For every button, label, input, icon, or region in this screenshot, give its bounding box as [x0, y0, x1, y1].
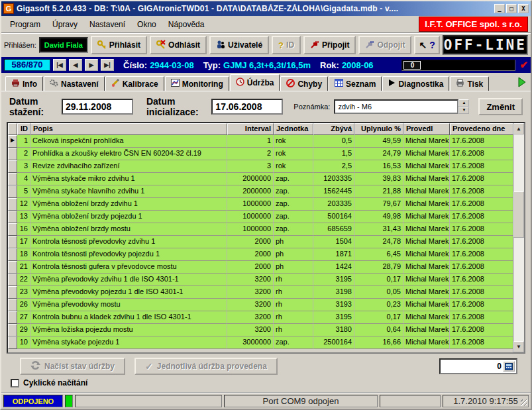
download-date-input[interactable]	[62, 99, 133, 115]
table-icon	[335, 79, 343, 89]
table-row[interactable]: 23Výměna převodovky pojezdu 1 dle ISO 43…	[8, 286, 513, 299]
cell-uplynulo: 6,45	[354, 248, 403, 261]
row-selector[interactable]	[8, 198, 17, 211]
help-button[interactable]: ↖?	[414, 36, 439, 54]
load-maintenance-button[interactable]: Načíst stav údržby	[20, 358, 125, 375]
header-interval[interactable]: Interval	[227, 123, 274, 135]
footer-buttons: Načíst stav údržby ✓ Jednotlivá údržba p…	[7, 358, 525, 375]
table-row[interactable]: 13Výměna obložení brzdy pojezdu 11000000…	[8, 211, 513, 223]
table-row[interactable]: ▶1Celková inspekční prohlídka1rok0,549,5…	[8, 135, 513, 148]
toolbar: Přihlášen: David Fiala Přihlásit Odhlási…	[1, 33, 531, 57]
row-selector[interactable]	[8, 324, 17, 336]
first-record-button[interactable]: |◀	[53, 59, 66, 71]
row-selector[interactable]	[8, 236, 17, 248]
row-selector[interactable]	[8, 223, 17, 236]
table-row[interactable]: 17Kontrola těsnosti převodovky zdvihu 12…	[8, 236, 513, 248]
table-row[interactable]: 29Výměna ložiska pojezdu mostu3200rh3180…	[8, 324, 513, 336]
table-row[interactable]: 2Prohlídka a zkoušky elektro ČSN EN 6020…	[8, 148, 513, 160]
scroll-up-icon[interactable]: ▲	[513, 123, 524, 134]
tab-udrzba[interactable]: Údržba	[230, 74, 280, 91]
table-row[interactable]: 12Výměna obložení brzdy zdvihu 11000000z…	[8, 198, 513, 211]
row-selector[interactable]	[8, 311, 17, 324]
tab-chyby[interactable]: Chyby	[280, 76, 328, 91]
maximize-button[interactable]: □	[506, 4, 517, 13]
cyclic-checkbox[interactable]	[11, 379, 19, 387]
logout-button[interactable]: Odhlásit	[150, 36, 207, 54]
last-record-button[interactable]: ▶|	[101, 59, 114, 71]
row-selector[interactable]: ▶	[8, 135, 17, 148]
menu-upravy[interactable]: Úpravy	[46, 17, 83, 32]
header-provedeno[interactable]: Provedeno dne	[450, 123, 513, 135]
tab-tisk[interactable]: Tisk	[450, 76, 489, 91]
vertical-scrollbar[interactable]: ▲ ▼	[513, 123, 524, 352]
table-row[interactable]: 27Kontrola bubnu a kladek zdvihu 1 dle I…	[8, 311, 513, 324]
row-selector[interactable]	[8, 148, 17, 160]
row-selector[interactable]	[8, 261, 17, 274]
id-button[interactable]: ? ID	[272, 36, 301, 54]
single-maintenance-button[interactable]: ✓ Jednotlivá údržba provedena	[134, 358, 278, 375]
header-zbyva[interactable]: Zbývá	[313, 123, 354, 135]
login-button[interactable]: Přihlásit	[91, 36, 147, 54]
menu-program[interactable]: Program	[4, 17, 46, 32]
counter-field[interactable]: 0	[439, 358, 517, 374]
table-row[interactable]: 22Výměna převodovky zdvihu 1 dle ISO 430…	[8, 274, 513, 286]
row-selector[interactable]	[8, 185, 17, 198]
tab-monitoring[interactable]: Monitoring	[165, 76, 229, 91]
connect-button[interactable]: Připojit	[303, 36, 356, 54]
header-popis[interactable]: Popis	[30, 123, 227, 135]
row-selector[interactable]	[8, 299, 17, 311]
users-button[interactable]: Uživatelé	[209, 36, 269, 54]
table-row[interactable]: 16Výměna obložení brzdy mostu1000000zap.…	[8, 223, 513, 236]
scroll-down-icon[interactable]: ▼	[513, 341, 524, 352]
scroll-thumb[interactable]	[513, 191, 524, 238]
minimize-button[interactable]: _	[494, 4, 505, 13]
go-arrow-icon[interactable]	[517, 77, 527, 89]
row-selector[interactable]	[8, 173, 17, 185]
spinner-up-icon[interactable]: ▲	[458, 99, 469, 107]
note-spinner[interactable]: ▲ ▼	[458, 99, 469, 114]
table-row[interactable]: 5Výměna stykače hlavního zdvihu 12000000…	[8, 185, 513, 198]
cell-zbyva: 2500164	[313, 336, 354, 349]
note-input[interactable]	[334, 99, 458, 114]
header-provedl[interactable]: Provedl	[403, 123, 450, 135]
header-uplynulo[interactable]: Uplynulo %	[354, 123, 403, 135]
cell-id: 5	[17, 185, 30, 198]
table-row[interactable]: 18Kontrola těsnosti převodovky pojezdu 1…	[8, 248, 513, 261]
table-row[interactable]: 4Výměna stykače mikro zdvihu 12000000zap…	[8, 173, 513, 185]
cell-zbyva: 500164	[313, 211, 354, 223]
tab-kalibrace[interactable]: Kalibrace	[105, 76, 164, 91]
header-jednotka[interactable]: Jednotka	[274, 123, 313, 135]
calculator-icon[interactable]	[503, 361, 515, 372]
disconnect-button[interactable]: Odpojit	[358, 36, 411, 54]
scroll-track[interactable]	[513, 134, 524, 341]
change-button[interactable]: Změnit	[478, 98, 523, 115]
tab-diagnostika[interactable]: Diagnostika	[382, 76, 449, 91]
close-button[interactable]: X	[518, 4, 529, 13]
check-icon[interactable]: ✔	[519, 59, 528, 71]
row-selector[interactable]	[8, 274, 17, 286]
table-row[interactable]: 21Kontrola těsnosti gufera v převodovce …	[8, 261, 513, 274]
table-row[interactable]: 26Výměna převodovky mostu3200rh31930,23M…	[8, 299, 513, 311]
row-selector[interactable]	[8, 336, 17, 349]
tab-info[interactable]: Info	[5, 76, 43, 91]
table-row[interactable]: 10Výměna stykače pojezdu 13000000zap.250…	[8, 336, 513, 349]
row-selector[interactable]	[8, 160, 17, 173]
maintenance-grid: ID Popis Interval Jednotka Zbývá Uplynul…	[7, 122, 525, 354]
row-selector[interactable]	[8, 286, 17, 299]
menu-napoveda[interactable]: Nápověda	[162, 17, 211, 32]
init-date-input[interactable]	[211, 99, 283, 115]
cell-provedl: Michal Marek	[403, 261, 450, 274]
menu-nastaveni[interactable]: Nastavení	[83, 17, 131, 32]
table-row[interactable]: 3Revize zdvihacího zařízení3rok2,516,53M…	[8, 160, 513, 173]
tab-nastaveni[interactable]: Nastavení	[44, 76, 105, 91]
cell-provedl: Michal Marek	[403, 286, 450, 299]
spinner-down-icon[interactable]: ▼	[458, 107, 469, 114]
next-record-button[interactable]: ▶	[85, 59, 98, 71]
header-id[interactable]: ID	[17, 123, 30, 135]
menu-okno[interactable]: Okno	[131, 17, 162, 32]
prev-record-button[interactable]: ◀	[69, 59, 82, 71]
resize-grip[interactable]	[521, 399, 527, 406]
row-selector[interactable]	[8, 248, 17, 261]
row-selector[interactable]	[8, 211, 17, 223]
tab-seznam[interactable]: Seznam	[329, 76, 382, 91]
